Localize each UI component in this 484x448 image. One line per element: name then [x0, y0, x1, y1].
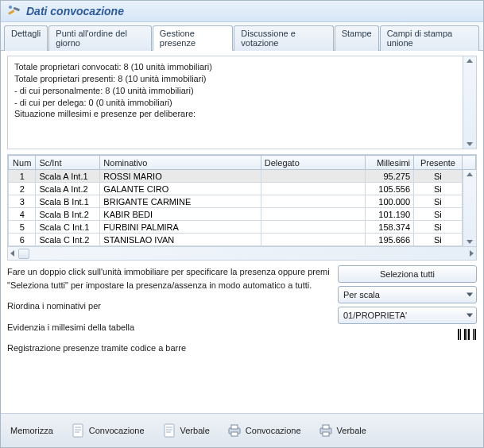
cell-presente: Si: [414, 195, 463, 208]
verbale-print-label: Verbale: [337, 426, 366, 435]
table-row[interactable]: 5Scala C Int.1FURBINI PALMIRA158.374Si: [9, 221, 476, 234]
tabstrip: Dettagli Punti all'ordine del giorno Ges…: [1, 22, 483, 51]
col-header-num[interactable]: Num: [9, 156, 36, 170]
cell-nominativo: BRIGANTE CARMINE: [100, 195, 261, 208]
cell-num: 2: [9, 183, 36, 195]
convocazione-print-label: Convocazione: [246, 426, 301, 435]
cell-millesimi: 95.275: [366, 170, 414, 183]
col-header-nominativo[interactable]: Nominativo: [100, 156, 261, 170]
svg-rect-13: [231, 432, 238, 436]
cell-num: 3: [9, 195, 36, 208]
svg-rect-7: [165, 424, 174, 437]
cell-presente: Si: [414, 208, 463, 221]
col-header-millesimi[interactable]: Millesimi: [366, 156, 414, 170]
barcode-icon[interactable]: [458, 329, 477, 340]
presence-grid: Num Sc/Int Nominativo Delegato Millesimi…: [7, 154, 477, 261]
cell-delegato: [261, 170, 366, 183]
cell-millesimi: 195.666: [366, 234, 414, 246]
chevron-down-icon: [467, 314, 473, 318]
hint-barcode: Registrazione presenze tramite codice a …: [7, 342, 330, 355]
table-header-row: Num Sc/Int Nominativo Delegato Millesimi…: [9, 156, 476, 170]
verbale-print-button[interactable]: Verbale: [319, 423, 366, 438]
select-all-label: Seleziona tutti: [380, 269, 435, 279]
printer-icon: [319, 423, 333, 438]
cell-millesimi: 105.556: [366, 183, 414, 195]
tab-content: Totale proprietari convocati: 8 (10 unit…: [1, 51, 483, 413]
table-row[interactable]: 6Scala C Int.2STANISLAO IVAN195.666Si: [9, 234, 476, 246]
window: Dati convocazione Dettagli Punti all'ord…: [1, 1, 483, 447]
scroll-down-icon[interactable]: [467, 240, 473, 244]
tab-dettagli[interactable]: Dettagli: [4, 25, 48, 51]
convocazione-print-button[interactable]: Convocazione: [227, 423, 301, 438]
cell-delegato: [261, 195, 366, 208]
cell-scint: Scala A Int.2: [36, 183, 100, 195]
cell-delegato: [261, 234, 366, 246]
svg-point-2: [9, 6, 12, 9]
summary-line: Situazione millesimi e presenze per deli…: [14, 108, 456, 120]
chevron-down-icon: [467, 293, 473, 297]
hint-doubleclick: Fare un doppio click sull'unità immobili…: [7, 265, 330, 292]
cell-presente: Si: [414, 183, 463, 195]
convocazione-doc-label: Convocazione: [89, 426, 145, 435]
cell-num: 5: [9, 221, 36, 234]
cell-nominativo: FURBINI PALMIRA: [100, 221, 261, 234]
grid-vertical-scrollbar[interactable]: [463, 170, 476, 246]
summary-scrollbar[interactable]: [463, 56, 476, 149]
convocazione-doc-button[interactable]: Convocazione: [71, 423, 145, 438]
tools-icon: [7, 4, 21, 18]
table-row[interactable]: 2Scala A Int.2GALANTE CIRO105.556Si: [9, 183, 476, 195]
cell-millesimi: 158.374: [366, 221, 414, 234]
tab-punti-odg[interactable]: Punti all'ordine del giorno: [48, 25, 151, 51]
cell-millesimi: 100.000: [366, 195, 414, 208]
table-row[interactable]: 4Scala B Int.2KABIR BEDI101.190Si: [9, 208, 476, 221]
printer-icon: [227, 423, 242, 438]
summary-line: - di cui personalmente: 8 (10 unità immo…: [14, 85, 456, 97]
cell-scint: Scala B Int.1: [36, 195, 100, 208]
controls-column: Seleziona tutti Per scala 01/PROPRIETA': [338, 265, 477, 355]
tab-stampe[interactable]: Stampe: [335, 25, 379, 51]
tab-gestione-presenze[interactable]: Gestione presenze: [153, 25, 234, 51]
memorizza-label: Memorizza: [10, 426, 53, 435]
summary-line: Totale proprietari convocati: 8 (10 unit…: [14, 61, 456, 73]
svg-rect-15: [323, 425, 329, 429]
verbale-doc-button[interactable]: Verbale: [162, 423, 210, 438]
tab-discussione-votazione[interactable]: Discussione e votazione: [234, 25, 333, 51]
scroll-down-icon[interactable]: [467, 142, 473, 146]
scroll-up-icon[interactable]: [467, 172, 473, 176]
col-header-scint[interactable]: Sc/Int: [36, 156, 100, 170]
titlebar: Dati convocazione: [1, 1, 483, 22]
svg-rect-16: [323, 432, 329, 436]
col-header-delegato[interactable]: Delegato: [261, 156, 366, 170]
cell-scint: Scala C Int.1: [36, 221, 100, 234]
cell-nominativo: STANISLAO IVAN: [100, 234, 261, 246]
scroll-left-icon[interactable]: [10, 250, 14, 257]
grid-horizontal-scrollbar[interactable]: [8, 246, 476, 260]
cell-presente: Si: [414, 234, 463, 246]
col-header-scroll: [462, 156, 475, 170]
scroll-up-icon[interactable]: [467, 59, 473, 63]
sort-by-combo[interactable]: Per scala: [338, 286, 477, 303]
scroll-right-icon[interactable]: [470, 250, 474, 257]
scroll-thumb[interactable]: [18, 249, 29, 259]
cell-millesimi: 101.190: [366, 208, 414, 221]
table-row[interactable]: 3Scala B Int.1BRIGANTE CARMINE100.000Si: [9, 195, 476, 208]
cell-nominativo: ROSSI MARIO: [100, 170, 261, 183]
cell-num: 4: [9, 208, 36, 221]
col-header-presente[interactable]: Presente: [414, 156, 463, 170]
cell-presente: Si: [414, 221, 463, 234]
millesimi-table-combo[interactable]: 01/PROPRIETA': [338, 307, 477, 324]
summary-line: - di cui per delega: 0 (0 unità immobili…: [14, 97, 456, 109]
svg-rect-0: [8, 10, 14, 15]
document-icon: [162, 423, 176, 438]
cell-nominativo: GALANTE CIRO: [100, 183, 261, 195]
memorizza-button[interactable]: Memorizza: [10, 426, 53, 435]
table-row[interactable]: 1Scala A Int.1ROSSI MARIO95.275Si: [9, 170, 476, 183]
cell-num: 1: [9, 170, 36, 183]
barcode-row: [338, 329, 477, 340]
tab-campi-stampa-unione[interactable]: Campi di stampa unione: [380, 25, 479, 51]
select-all-button[interactable]: Seleziona tutti: [338, 265, 477, 283]
lower-panel: Fare un doppio click sull'unità immobili…: [7, 265, 477, 355]
summary-textarea[interactable]: Totale proprietari convocati: 8 (10 unit…: [7, 56, 477, 149]
hint-highlight: Evidenzia i millesimi della tabella: [7, 321, 330, 334]
cell-scint: Scala B Int.2: [36, 208, 100, 221]
